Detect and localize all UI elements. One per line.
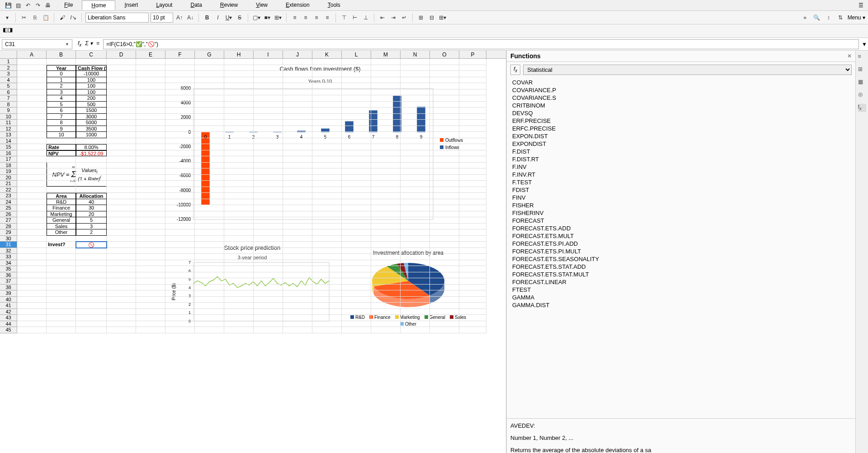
border-icon[interactable]: ⊞▾	[274, 13, 283, 22]
cell-B6[interactable]: 3	[47, 89, 76, 96]
row-header-43[interactable]: 43	[0, 315, 17, 321]
cell-C29[interactable]: 2	[76, 229, 107, 236]
cell-C28[interactable]: 3	[76, 224, 107, 230]
row-header-12[interactable]: 12	[0, 126, 17, 132]
hamburger-icon[interactable]: ☰	[855, 2, 867, 9]
col-header-D[interactable]: D	[107, 51, 136, 58]
row-header-7[interactable]: 7	[0, 95, 17, 102]
clear-format-icon[interactable]: I↘	[69, 13, 78, 22]
cell-B23[interactable]: Area	[47, 193, 76, 199]
function-item[interactable]: GAMMA	[510, 294, 852, 301]
cells[interactable]: NPV = N Σ i=0 Valuesi (1 + Rate)i Cash f…	[17, 59, 506, 333]
row-header-15[interactable]: 15	[0, 144, 17, 150]
navigator-icon[interactable]: ◎	[858, 91, 866, 99]
align-right-icon[interactable]: ≡	[312, 13, 321, 22]
function-item[interactable]: FINV	[510, 194, 852, 201]
cell-B7[interactable]: 4	[47, 95, 76, 102]
row-header-8[interactable]: 8	[0, 102, 17, 108]
save-icon[interactable]: 💾	[5, 2, 12, 9]
row-header-29[interactable]: 29	[0, 229, 17, 236]
row-header-24[interactable]: 24	[0, 199, 17, 205]
align-justify-icon[interactable]: ≡	[323, 13, 332, 22]
function-item[interactable]: FORECAST.ETS.MULT	[510, 232, 852, 240]
strike-icon[interactable]: S	[235, 13, 244, 22]
row-header-26[interactable]: 26	[0, 211, 17, 218]
row-header-22[interactable]: 22	[0, 187, 17, 193]
row-header-18[interactable]: 18	[0, 163, 17, 169]
function-item[interactable]: COVARIANCE.P	[510, 86, 852, 94]
cell-B26[interactable]: Marketing	[47, 211, 76, 218]
extension-icon[interactable]: ◧◨	[3, 27, 12, 36]
category-select[interactable]: Statistical	[523, 65, 852, 75]
cell-B15[interactable]: Rate	[47, 144, 76, 150]
cell-C13[interactable]: 1000	[76, 132, 107, 138]
menu-home[interactable]: Home	[82, 0, 115, 10]
cell-B8[interactable]: 5	[47, 102, 76, 108]
row-header-38[interactable]: 38	[0, 285, 17, 291]
cell-B24[interactable]: R&D	[47, 199, 76, 205]
select-all-corner[interactable]	[0, 51, 17, 58]
col-header-J[interactable]: J	[283, 51, 312, 58]
print2-icon[interactable]: 🖶	[44, 2, 52, 9]
col-header-E[interactable]: E	[136, 51, 165, 58]
cell-C9[interactable]: 1500	[76, 107, 107, 114]
row-header-37[interactable]: 37	[0, 278, 17, 285]
wrap-icon[interactable]: ↵	[400, 13, 409, 22]
function-item[interactable]: FORECAST.ETS.STAT.ADD	[510, 263, 852, 271]
col-header-A[interactable]: A	[17, 51, 47, 58]
fx-icon[interactable]: fx	[510, 65, 520, 75]
function-item[interactable]: F.TEST	[510, 178, 852, 186]
function-item[interactable]: F.INV	[510, 163, 852, 171]
row-header-1[interactable]: 1	[0, 59, 17, 65]
col-header-B[interactable]: B	[47, 51, 76, 58]
col-header-G[interactable]: G	[195, 51, 224, 58]
font-name-input[interactable]	[85, 13, 149, 23]
col-header-P[interactable]: P	[459, 51, 486, 58]
valign-top-icon[interactable]: ⊤	[340, 13, 349, 22]
function-item[interactable]: FTEST	[510, 286, 852, 294]
menu-extension[interactable]: Extension	[277, 0, 319, 10]
redo-icon[interactable]: ↷	[34, 2, 42, 9]
row-header-5[interactable]: 5	[0, 83, 17, 89]
function-item[interactable]: DEVSQ	[510, 109, 852, 117]
cell-B4[interactable]: 1	[47, 77, 76, 84]
row-header-42[interactable]: 42	[0, 309, 17, 315]
cell-C6[interactable]: 100	[76, 89, 107, 96]
function-item[interactable]: ERF.PRECISE	[510, 117, 852, 125]
paste-icon[interactable]: 📋	[41, 13, 50, 22]
cell-B10[interactable]: 7	[47, 114, 76, 120]
gallery-icon[interactable]: ▦	[858, 79, 866, 87]
indent-left-icon[interactable]: ⇤	[378, 13, 387, 22]
functions-icon[interactable]: fx	[858, 104, 866, 112]
function-item[interactable]: COVARIANCE.S	[510, 94, 852, 102]
function-item[interactable]: ERFC.PRECISE	[510, 125, 852, 132]
col-header-H[interactable]: H	[224, 51, 254, 58]
shrink-font-icon[interactable]: A↓	[186, 13, 195, 22]
cell-B16[interactable]: NPV	[47, 150, 76, 157]
cell-C3[interactable]: -10000	[76, 71, 107, 77]
cell-B25[interactable]: Finance	[47, 205, 76, 211]
cell-C4[interactable]: 100	[76, 77, 107, 84]
row-header-11[interactable]: 11	[0, 120, 17, 126]
function-item[interactable]: COVAR	[510, 79, 852, 86]
row-header-30[interactable]: 30	[0, 236, 17, 242]
row-header-13[interactable]: 13	[0, 132, 17, 138]
menu-file[interactable]: File	[55, 0, 82, 10]
more-icon[interactable]: »	[801, 13, 810, 22]
cell-B27[interactable]: General	[47, 217, 76, 224]
row-header-16[interactable]: 16	[0, 150, 17, 157]
row-header-28[interactable]: 28	[0, 224, 17, 230]
cell-B5[interactable]: 2	[47, 83, 76, 89]
cell-C25[interactable]: 30	[76, 205, 107, 211]
search-icon[interactable]: 🔍	[812, 13, 821, 22]
sum-icon[interactable]: Σ ▾	[85, 40, 93, 47]
menu-view[interactable]: View	[247, 0, 277, 10]
function-item[interactable]: FORECAST.ETS.PI.ADD	[510, 240, 852, 248]
row-header-32[interactable]: 32	[0, 248, 17, 254]
row-header-17[interactable]: 17	[0, 156, 17, 163]
cell-C5[interactable]: 100	[76, 83, 107, 89]
row-header-45[interactable]: 45	[0, 327, 17, 333]
row-header-10[interactable]: 10	[0, 114, 17, 120]
function-item[interactable]: FISHER	[510, 201, 852, 209]
row-header-35[interactable]: 35	[0, 266, 17, 272]
